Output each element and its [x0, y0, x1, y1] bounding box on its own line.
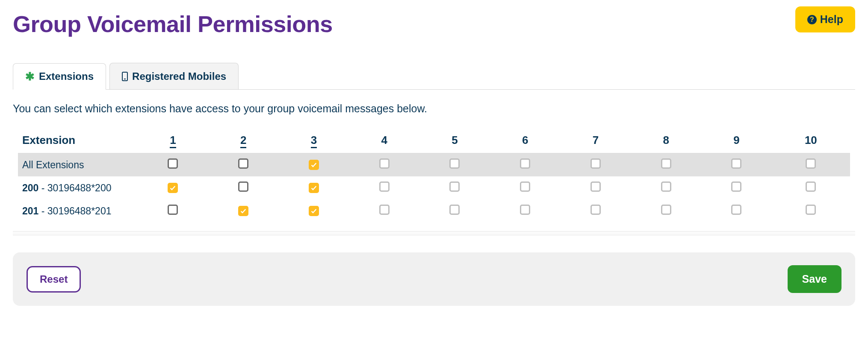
checkbox-cell — [772, 176, 850, 199]
checkbox-cell — [490, 176, 561, 199]
checkbox[interactable] — [520, 205, 530, 215]
checkbox-cell — [138, 176, 208, 199]
checkbox[interactable] — [168, 205, 178, 215]
checkbox[interactable] — [379, 182, 390, 192]
checkbox-cell — [419, 176, 490, 199]
col-header-1: 1 — [138, 128, 208, 153]
checkbox-cell — [279, 153, 349, 177]
checkbox-cell — [419, 153, 490, 177]
checkbox-cell — [701, 176, 772, 199]
reset-button[interactable]: Reset — [27, 266, 81, 293]
checkbox-cell — [208, 176, 279, 199]
checkbox-cell — [349, 199, 419, 222]
checkbox-cell — [561, 176, 631, 199]
checkbox-cell — [561, 199, 631, 222]
checkbox[interactable] — [168, 158, 178, 169]
checkbox[interactable] — [449, 158, 460, 169]
checkbox-cell — [279, 199, 349, 222]
checkbox-cell — [279, 176, 349, 199]
checkbox-cell — [208, 153, 279, 177]
permissions-table: Extension 12345678910 All Extensions200 … — [18, 128, 850, 222]
col-header-3: 3 — [279, 128, 349, 153]
checkbox-cell — [138, 199, 208, 222]
tab-extensions[interactable]: ✱ Extensions — [13, 63, 106, 90]
checkbox[interactable] — [731, 205, 741, 215]
checkbox-cell — [631, 199, 701, 222]
checkbox-cell — [701, 153, 772, 177]
checkbox-cell — [631, 176, 701, 199]
checkbox-cell — [490, 153, 561, 177]
save-button[interactable]: Save — [788, 265, 841, 293]
checkbox[interactable] — [520, 182, 530, 192]
col-header-extension: Extension — [18, 128, 138, 153]
checkbox[interactable] — [238, 206, 248, 216]
footer-bar: Reset Save — [13, 252, 855, 306]
checkbox[interactable] — [449, 182, 460, 192]
checkbox[interactable] — [449, 205, 460, 215]
extension-label-cell: 201 - 30196488*201 — [18, 199, 138, 222]
checkbox[interactable] — [309, 160, 319, 170]
description-text: You can select which extensions have acc… — [13, 102, 855, 115]
checkbox[interactable] — [309, 206, 319, 216]
checkbox-cell — [349, 153, 419, 177]
checkbox[interactable] — [590, 182, 601, 192]
checkbox-cell — [208, 199, 279, 222]
checkbox-cell — [490, 199, 561, 222]
page-title: Group Voicemail Permissions — [13, 11, 333, 37]
checkbox[interactable] — [238, 158, 248, 169]
checkbox[interactable] — [590, 158, 601, 169]
asterisk-icon: ✱ — [25, 71, 35, 82]
col-header-5: 5 — [419, 128, 490, 153]
table-row: All Extensions — [18, 153, 850, 177]
extension-label-cell: All Extensions — [18, 153, 138, 177]
checkbox[interactable] — [806, 158, 816, 169]
tab-registered-mobiles-label: Registered Mobiles — [132, 70, 226, 82]
checkbox[interactable] — [806, 182, 816, 192]
checkbox-cell — [561, 153, 631, 177]
checkbox-cell — [701, 199, 772, 222]
help-label: Help — [820, 13, 843, 26]
checkbox[interactable] — [661, 158, 671, 169]
table-row: 200 - 30196488*200 — [18, 176, 850, 199]
col-header-2: 2 — [208, 128, 279, 153]
col-header-8: 8 — [631, 128, 701, 153]
help-button[interactable]: ? Help — [795, 6, 855, 32]
checkbox[interactable] — [731, 158, 741, 169]
checkbox[interactable] — [590, 205, 601, 215]
tab-extensions-label: Extensions — [39, 70, 94, 82]
checkbox-cell — [772, 153, 850, 177]
checkbox[interactable] — [238, 182, 248, 192]
checkbox[interactable] — [309, 183, 319, 193]
checkbox-cell — [419, 199, 490, 222]
checkbox-cell — [349, 176, 419, 199]
col-header-10: 10 — [772, 128, 850, 153]
help-icon: ? — [807, 15, 817, 24]
checkbox[interactable] — [379, 158, 390, 169]
checkbox[interactable] — [806, 205, 816, 215]
checkbox[interactable] — [379, 205, 390, 215]
tab-registered-mobiles[interactable]: Registered Mobiles — [109, 63, 239, 89]
table-row: 201 - 30196488*201 — [18, 199, 850, 222]
checkbox[interactable] — [520, 158, 530, 169]
col-header-7: 7 — [561, 128, 631, 153]
checkbox[interactable] — [661, 205, 671, 215]
mobile-icon — [122, 72, 128, 81]
divider — [13, 231, 855, 235]
tabs: ✱ Extensions Registered Mobiles — [13, 63, 855, 90]
col-header-4: 4 — [349, 128, 419, 153]
extension-label-cell: 200 - 30196488*200 — [18, 176, 138, 199]
checkbox-cell — [138, 153, 208, 177]
checkbox[interactable] — [731, 182, 741, 192]
checkbox[interactable] — [661, 182, 671, 192]
col-header-6: 6 — [490, 128, 561, 153]
col-header-9: 9 — [701, 128, 772, 153]
checkbox[interactable] — [168, 183, 178, 193]
checkbox-cell — [772, 199, 850, 222]
checkbox-cell — [631, 153, 701, 177]
